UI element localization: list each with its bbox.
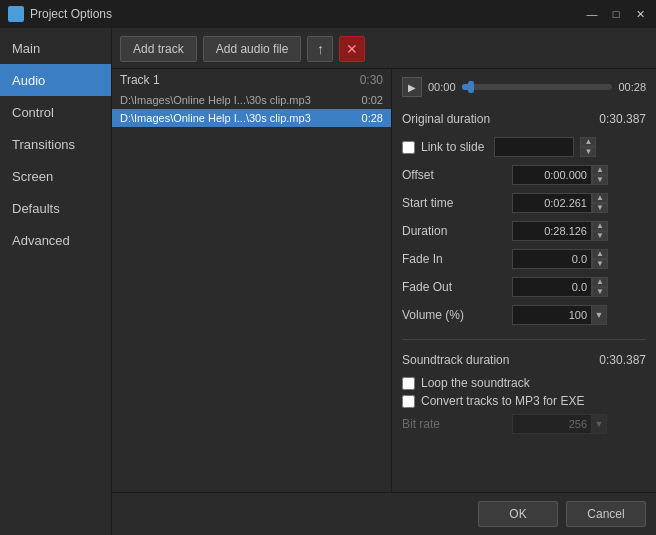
- loop-soundtrack-label: Loop the soundtrack: [421, 376, 530, 390]
- track-path: D:\Images\Online Help I...\30s clip.mp3: [120, 112, 354, 124]
- sidebar-item-label: Control: [12, 105, 54, 120]
- play-button[interactable]: ▶: [402, 77, 422, 97]
- sidebar-item-audio[interactable]: Audio: [0, 64, 111, 96]
- cancel-button[interactable]: Cancel: [566, 501, 646, 527]
- offset-label: Offset: [402, 168, 512, 182]
- offset-input[interactable]: [512, 165, 592, 185]
- close-button[interactable]: ✕: [632, 6, 648, 22]
- volume-input[interactable]: [512, 305, 592, 325]
- duration-down-button[interactable]: ▼: [592, 231, 608, 241]
- sidebar-item-screen[interactable]: Screen: [0, 160, 111, 192]
- window-title: Project Options: [30, 7, 584, 21]
- duration-row: Duration ▲ ▼: [402, 219, 646, 243]
- offset-down-button[interactable]: ▼: [592, 175, 608, 185]
- soundtrack-duration-row: Soundtrack duration 0:30.387: [402, 348, 646, 372]
- fade-out-label: Fade Out: [402, 280, 512, 294]
- original-duration-value: 0:30.387: [512, 112, 646, 126]
- content-area: Add track Add audio file ↑ ✕ Track 1 0:3…: [112, 28, 656, 535]
- total-time: 00:28: [618, 81, 646, 93]
- app-icon: [8, 6, 24, 22]
- link-slide-down-button[interactable]: ▼: [580, 147, 596, 157]
- sidebar-item-control[interactable]: Control: [0, 96, 111, 128]
- sidebar-item-transitions[interactable]: Transitions: [0, 128, 111, 160]
- remove-track-button[interactable]: ✕: [339, 36, 365, 62]
- sidebar-item-label: Advanced: [12, 233, 70, 248]
- sidebar: Main Audio Control Transitions Screen De…: [0, 28, 112, 535]
- link-slide-up-button[interactable]: ▲: [580, 137, 596, 147]
- sidebar-item-label: Transitions: [12, 137, 75, 152]
- offset-up-button[interactable]: ▲: [592, 165, 608, 175]
- add-track-button[interactable]: Add track: [120, 36, 197, 62]
- sidebar-item-label: Defaults: [12, 201, 60, 216]
- duration-spinner: ▲ ▼: [592, 221, 608, 241]
- sidebar-item-advanced[interactable]: Advanced: [0, 224, 111, 256]
- offset-input-group: ▲ ▼: [512, 165, 608, 185]
- fade-in-spinner: ▲ ▼: [592, 249, 608, 269]
- audio-toolbar: Add track Add audio file ↑ ✕: [112, 28, 656, 69]
- fade-out-input[interactable]: [512, 277, 592, 297]
- start-time-input[interactable]: [512, 193, 592, 213]
- bit-rate-dropdown-arrow: ▼: [591, 414, 607, 434]
- track-list: Track 1 0:30 D:\Images\Online Help I...\…: [112, 69, 392, 492]
- player-bar: ▶ 00:00 00:28: [402, 77, 646, 97]
- start-time-row: Start time ▲ ▼: [402, 191, 646, 215]
- convert-mp3-row: Convert tracks to MP3 for EXE: [402, 394, 646, 408]
- fade-out-down-button[interactable]: ▼: [592, 287, 608, 297]
- arrow-up-icon: ↑: [317, 41, 324, 57]
- add-audio-file-button[interactable]: Add audio file: [203, 36, 302, 62]
- duration-input-group: ▲ ▼: [512, 221, 608, 241]
- convert-mp3-label: Convert tracks to MP3 for EXE: [421, 394, 584, 408]
- ok-button[interactable]: OK: [478, 501, 558, 527]
- minimize-button[interactable]: —: [584, 6, 600, 22]
- original-duration-label: Original duration: [402, 112, 512, 126]
- remove-icon: ✕: [346, 41, 358, 57]
- track-group-name: Track 1: [120, 73, 160, 87]
- title-bar: Project Options — □ ✕: [0, 0, 656, 28]
- duration-up-button[interactable]: ▲: [592, 221, 608, 231]
- progress-thumb: [468, 81, 474, 93]
- fade-out-up-button[interactable]: ▲: [592, 277, 608, 287]
- bit-rate-label: Bit rate: [402, 417, 512, 431]
- move-up-button[interactable]: ↑: [307, 36, 333, 62]
- bit-rate-dropdown: ▼: [512, 414, 607, 434]
- fade-in-up-button[interactable]: ▲: [592, 249, 608, 259]
- maximize-button[interactable]: □: [608, 6, 624, 22]
- volume-row: Volume (%) ▼: [402, 303, 646, 327]
- link-slide-spinner: ▲ ▼: [580, 137, 596, 157]
- offset-spinner: ▲ ▼: [592, 165, 608, 185]
- split-panel: Track 1 0:30 D:\Images\Online Help I...\…: [112, 69, 656, 492]
- track-path: D:\Images\Online Help I...\30s clip.mp3: [120, 94, 354, 106]
- fade-in-down-button[interactable]: ▼: [592, 259, 608, 269]
- original-duration-row: Original duration 0:30.387: [402, 107, 646, 131]
- link-to-slide-input[interactable]: [494, 137, 574, 157]
- convert-mp3-checkbox[interactable]: [402, 395, 415, 408]
- volume-dropdown: ▼: [512, 305, 607, 325]
- start-time-down-button[interactable]: ▼: [592, 203, 608, 213]
- soundtrack-duration-label: Soundtrack duration: [402, 353, 512, 367]
- progress-bar[interactable]: [462, 84, 613, 90]
- loop-soundtrack-row: Loop the soundtrack: [402, 376, 646, 390]
- track-item[interactable]: D:\Images\Online Help I...\30s clip.mp3 …: [112, 91, 391, 109]
- fade-out-row: Fade Out ▲ ▼: [402, 275, 646, 299]
- volume-dropdown-arrow[interactable]: ▼: [591, 305, 607, 325]
- fade-in-row: Fade In ▲ ▼: [402, 247, 646, 271]
- window-controls: — □ ✕: [584, 6, 648, 22]
- fade-in-input-group: ▲ ▼: [512, 249, 608, 269]
- duration-label: Duration: [402, 224, 512, 238]
- link-to-slide-checkbox[interactable]: [402, 141, 415, 154]
- properties-panel: ▶ 00:00 00:28 Original duration 0:30.387: [392, 69, 656, 492]
- start-time-spinner: ▲ ▼: [592, 193, 608, 213]
- main-container: Main Audio Control Transitions Screen De…: [0, 28, 656, 535]
- current-time: 00:00: [428, 81, 456, 93]
- loop-soundtrack-checkbox[interactable]: [402, 377, 415, 390]
- track-time: 0:28: [362, 112, 383, 124]
- link-to-slide-row: Link to slide ▲ ▼: [402, 135, 646, 159]
- track-item-selected[interactable]: D:\Images\Online Help I...\30s clip.mp3 …: [112, 109, 391, 127]
- duration-input[interactable]: [512, 221, 592, 241]
- fade-out-spinner: ▲ ▼: [592, 277, 608, 297]
- start-time-up-button[interactable]: ▲: [592, 193, 608, 203]
- fade-in-input[interactable]: [512, 249, 592, 269]
- sidebar-item-defaults[interactable]: Defaults: [0, 192, 111, 224]
- play-icon: ▶: [408, 82, 416, 93]
- sidebar-item-main[interactable]: Main: [0, 32, 111, 64]
